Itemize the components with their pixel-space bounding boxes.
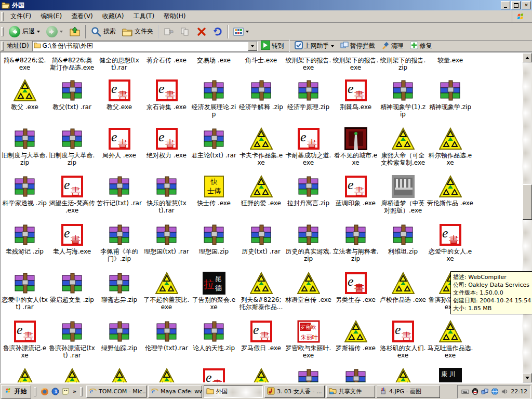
start-button[interactable]: 开始 <box>1 385 31 398</box>
close-button[interactable]: ✕ <box>522 1 531 9</box>
file-item[interactable] <box>96 368 143 382</box>
task-button-3[interactable]: 3. 03-女人香 - ... <box>264 385 325 398</box>
keyboard-icon[interactable] <box>461 388 469 396</box>
menu-item-3[interactable]: 收藏(A) <box>98 11 129 21</box>
file-item[interactable]: 科尔顿作品选.exe <box>427 127 474 166</box>
file-item[interactable]: 教父(txt) .rar <box>48 79 96 111</box>
up-button[interactable] <box>66 25 84 38</box>
file-item[interactable]: 梁启超文集 .zip <box>48 272 96 303</box>
file-item[interactable]: e書卡耐基成功之道.exe <box>285 127 332 166</box>
file-item[interactable]: 科学家透视 .zip <box>1 175 48 207</box>
file-item[interactable]: 绞刑架下的报告.exe <box>332 55 379 71</box>
file-item[interactable]: 较量.exe <box>427 55 474 64</box>
quicklaunch-grip[interactable] <box>34 387 36 396</box>
file-item[interactable]: 旧制度与大革命.zip <box>1 127 48 166</box>
file-item[interactable]: 卢梭作品选 .exe <box>379 272 427 303</box>
tasks-grip[interactable] <box>80 387 83 396</box>
file-item[interactable]: 拉封丹寓言.zip <box>285 175 332 207</box>
move-to-button[interactable] <box>161 25 177 38</box>
web-assistant-dropdown-icon[interactable] <box>331 45 334 47</box>
task-button-0[interactable]: eTOM.COM - Mic... <box>86 385 147 398</box>
file-item[interactable]: e書蓝调印象 .exe <box>332 175 379 207</box>
firefox-icon[interactable] <box>40 387 49 396</box>
file-item[interactable]: 快士傳快士传 .exe <box>190 175 237 207</box>
volume-icon[interactable] <box>500 388 509 396</box>
file-item[interactable] <box>379 368 427 382</box>
views-dropdown-icon[interactable] <box>246 31 249 33</box>
file-item[interactable] <box>48 368 96 382</box>
file-item[interactable]: 精神现象学.zip <box>427 79 474 111</box>
file-item[interactable]: 经济学解释 .zip <box>237 79 285 111</box>
file-item[interactable]: 旧制度与大革命.zip <box>48 127 96 166</box>
file-item[interactable]: 康 川 <box>427 368 474 382</box>
menu-item-1[interactable]: 编辑(E) <box>36 11 66 21</box>
file-item[interactable]: 理想国(txt) .rar <box>143 223 190 255</box>
file-item[interactable] <box>332 368 379 382</box>
scroll-up-button[interactable] <box>523 53 532 62</box>
file-item[interactable]: 廊桥遗梦（中英对照版）.exe <box>379 175 427 214</box>
file-item[interactable]: e書罗马假日 .exe <box>237 320 285 352</box>
file-item[interactable]: e書教父.exe <box>96 79 143 111</box>
copy-to-button[interactable] <box>177 25 194 38</box>
file-item[interactable]: 列夫&#8226;托尔斯泰作品... <box>237 272 285 311</box>
file-item[interactable]: 康熙大帝（可全文检索复制.exe <box>379 127 427 166</box>
file-item[interactable] <box>285 368 332 382</box>
task-button-1[interactable]: eMaya Cafe: ww... <box>148 385 202 398</box>
folders-button[interactable]: 文件夹 <box>119 25 156 38</box>
file-item[interactable]: e書京石诗集 .exe <box>143 79 190 111</box>
restore-button[interactable] <box>511 1 521 9</box>
file-item[interactable]: 罗密欧朱丽叶罗密欧与朱丽叶.exe <box>285 320 332 359</box>
file-item[interactable]: 林语堂自传 .exe <box>285 272 332 303</box>
file-item[interactable]: 教父 .exe <box>1 79 48 111</box>
file-item[interactable]: 精神现象学(1).zip <box>379 79 427 118</box>
go-button[interactable]: 转到 <box>258 41 287 51</box>
task-button-2[interactable]: 外国 <box>204 385 263 398</box>
file-item[interactable]: 李佩甫《羊的门》.zip <box>96 223 143 262</box>
back-button[interactable]: 后退 <box>6 25 43 38</box>
file-item[interactable]: 劳伦斯作品 .exe <box>427 175 474 207</box>
file-item[interactable]: 老残游记 .zip <box>1 223 48 255</box>
file-item[interactable]: 简&#8226;爱.exe <box>1 55 48 71</box>
pause-block-button[interactable]: 暂停拦截 <box>337 41 378 51</box>
file-item[interactable]: 马克吐温作品选.exe <box>427 320 474 359</box>
file-item[interactable]: e書老人与海.exe <box>48 223 96 255</box>
menu-item-0[interactable]: 文件(F) <box>6 11 36 21</box>
vertical-scrollbar[interactable] <box>523 53 531 382</box>
file-item[interactable]: 经济发展理论.zip <box>190 79 237 118</box>
file-item[interactable]: 聊斋志异.zip <box>96 272 143 303</box>
clean-button[interactable]: 清理 <box>378 41 407 51</box>
file-item[interactable]: 看不见的城市.exe <box>332 127 379 166</box>
file-item[interactable]: 鲁滨孙漂流记(txt) .rar <box>48 320 96 359</box>
forward-button[interactable] <box>43 25 66 38</box>
toolbar-grip[interactable] <box>1 27 4 36</box>
file-item[interactable]: 狂野的爱 .exe <box>237 175 285 207</box>
globe-icon[interactable] <box>490 388 499 396</box>
delete-button[interactable] <box>194 25 209 38</box>
quicklaunch-overflow-chevron[interactable]: » <box>72 388 77 395</box>
file-item[interactable]: 卡夫卡作品集.exe <box>237 127 285 166</box>
file-item[interactable]: 经济学原理.zip <box>285 79 332 111</box>
task-button-5[interactable]: 4.JPG - 画图 <box>377 385 440 398</box>
file-item[interactable] <box>143 368 190 382</box>
address-grip[interactable] <box>1 42 4 51</box>
task-button-4[interactable]: 共享文件 <box>326 385 375 398</box>
file-item[interactable] <box>1 368 48 382</box>
file-item[interactable]: 蒋介石传 .exe <box>143 55 190 64</box>
menu-item-4[interactable]: 工具(T) <box>128 11 159 21</box>
file-item[interactable]: 历史的真实游戏.zip <box>285 223 332 262</box>
file-item[interactable]: 拉昆德了告别的聚会.exe <box>190 272 237 311</box>
file-item[interactable]: 伦理学(txt).rar <box>143 320 190 352</box>
file-item[interactable]: 论人的天性.zip <box>190 320 237 352</box>
file-item[interactable]: 了不起的盖茨比.exe <box>143 272 190 311</box>
menu-item-5[interactable]: 帮助(H) <box>159 11 190 21</box>
file-item[interactable]: e書荆棘鸟.exe <box>332 79 379 111</box>
network-icon[interactable] <box>481 388 489 396</box>
file-item[interactable]: e書渴望生活-梵高传 .exe <box>48 175 96 214</box>
file-item[interactable]: 简&#8226;奥斯汀作品选.exe <box>48 55 96 71</box>
file-item[interactable]: e書另类生存 .exe <box>332 272 379 303</box>
search-button[interactable]: 搜索 <box>88 25 119 38</box>
forward-dropdown-icon[interactable] <box>60 31 63 33</box>
maxthon-icon[interactable]: 1 <box>50 387 60 396</box>
repair-button[interactable]: 修复 <box>407 41 435 51</box>
address-dropdown-button[interactable] <box>248 42 257 51</box>
